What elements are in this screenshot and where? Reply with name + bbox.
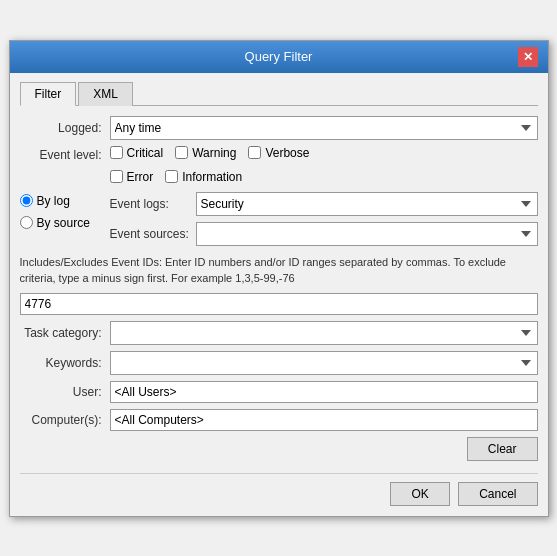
event-sources-label: Event sources: xyxy=(110,227,190,241)
event-logs-dropdown-container: Security Application System xyxy=(196,192,538,216)
event-sources-dropdown[interactable] xyxy=(196,222,538,246)
event-id-row xyxy=(20,293,538,315)
logged-label: Logged: xyxy=(20,121,110,135)
user-label: User: xyxy=(20,385,110,399)
computers-label: Computer(s): xyxy=(20,413,110,427)
task-category-dropdown-container xyxy=(110,321,538,345)
cancel-button[interactable]: Cancel xyxy=(458,482,537,506)
logged-dropdown[interactable]: Any time Last hour Last 12 hours Last 24… xyxy=(110,116,538,140)
computers-input-container xyxy=(110,409,538,431)
close-button[interactable]: ✕ xyxy=(518,47,538,67)
verbose-label: Verbose xyxy=(265,146,309,160)
radio-col: By log By source xyxy=(20,192,110,246)
event-level-checkboxes-row2: Error Information xyxy=(110,170,243,184)
error-label: Error xyxy=(127,170,154,184)
information-checkbox-label[interactable]: Information xyxy=(165,170,242,184)
event-level-checkboxes-row1: Critical Warning Verbose xyxy=(110,146,538,160)
dialog-title: Query Filter xyxy=(40,49,518,64)
keywords-dropdown-container xyxy=(110,351,538,375)
warning-label: Warning xyxy=(192,146,236,160)
error-checkbox-label[interactable]: Error xyxy=(110,170,154,184)
radio-section: By log By source Event logs: Security Ap… xyxy=(20,192,538,246)
warning-checkbox-label[interactable]: Warning xyxy=(175,146,236,160)
event-logs-row: Event logs: Security Application System xyxy=(110,192,538,216)
event-id-input[interactable] xyxy=(20,293,538,315)
by-log-radio-label[interactable]: By log xyxy=(20,194,110,208)
event-logs-label: Event logs: xyxy=(110,197,190,211)
warning-checkbox[interactable] xyxy=(175,146,188,159)
error-checkbox[interactable] xyxy=(110,170,123,183)
verbose-checkbox-label[interactable]: Verbose xyxy=(248,146,309,160)
critical-label: Critical xyxy=(127,146,164,160)
clear-button[interactable]: Clear xyxy=(467,437,538,461)
by-source-radio-label[interactable]: By source xyxy=(20,216,110,230)
task-category-label: Task category: xyxy=(20,326,110,340)
by-source-label: By source xyxy=(37,216,90,230)
dialog-body: Filter XML Logged: Any time Last hour La… xyxy=(10,73,548,516)
computers-input[interactable] xyxy=(110,409,538,431)
event-level-row2: Error Information xyxy=(110,170,538,184)
information-checkbox[interactable] xyxy=(165,170,178,183)
event-level-label: Event level: xyxy=(20,148,110,162)
by-log-radio[interactable] xyxy=(20,194,33,207)
ok-button[interactable]: OK xyxy=(390,482,450,506)
event-sources-row: Event sources: xyxy=(110,222,538,246)
keywords-label: Keywords: xyxy=(20,356,110,370)
clear-row: Clear xyxy=(20,437,538,461)
keywords-dropdown[interactable] xyxy=(110,351,538,375)
query-filter-dialog: Query Filter ✕ Filter XML Logged: Any ti… xyxy=(9,40,549,517)
description-text: Includes/Excludes Event IDs: Enter ID nu… xyxy=(20,254,538,287)
user-row: User: xyxy=(20,381,538,403)
by-log-label: By log xyxy=(37,194,70,208)
event-level-row: Event level: Critical Warning Verbose xyxy=(20,146,538,164)
event-logs-dropdown[interactable]: Security Application System xyxy=(196,192,538,216)
keywords-row: Keywords: xyxy=(20,351,538,375)
tab-filter[interactable]: Filter xyxy=(20,82,77,106)
title-bar: Query Filter ✕ xyxy=(10,41,548,73)
tab-bar: Filter XML xyxy=(20,81,538,106)
critical-checkbox[interactable] xyxy=(110,146,123,159)
user-input[interactable] xyxy=(110,381,538,403)
by-source-radio[interactable] xyxy=(20,216,33,229)
event-sources-dropdown-container xyxy=(196,222,538,246)
critical-checkbox-label[interactable]: Critical xyxy=(110,146,164,160)
user-input-container xyxy=(110,381,538,403)
logged-dropdown-container: Any time Last hour Last 12 hours Last 24… xyxy=(110,116,538,140)
information-label: Information xyxy=(182,170,242,184)
logged-row: Logged: Any time Last hour Last 12 hours… xyxy=(20,116,538,140)
bottom-buttons: OK Cancel xyxy=(20,473,538,506)
tab-xml[interactable]: XML xyxy=(78,82,133,106)
task-category-dropdown[interactable] xyxy=(110,321,538,345)
radio-fields: Event logs: Security Application System … xyxy=(110,192,538,246)
verbose-checkbox[interactable] xyxy=(248,146,261,159)
computers-row: Computer(s): xyxy=(20,409,538,431)
task-category-row: Task category: xyxy=(20,321,538,345)
